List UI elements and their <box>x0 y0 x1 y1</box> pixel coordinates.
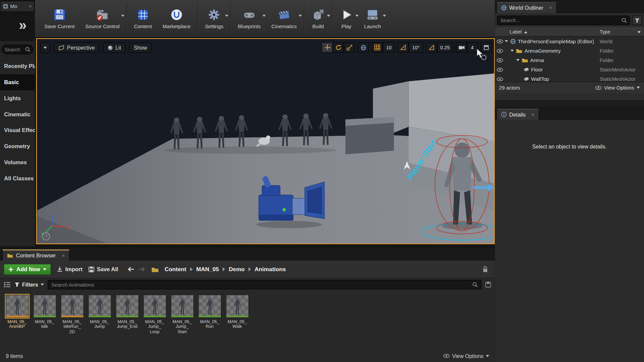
column-header-label[interactable]: Label <box>495 29 600 35</box>
asset-tile-jump-loop[interactable]: MAN_05_ Jump_ Loop <box>142 295 167 334</box>
save-search-icon[interactable] <box>485 282 491 288</box>
viewport-options-button[interactable] <box>40 42 50 53</box>
world-outliner-tab[interactable]: World Outliner × <box>496 2 556 13</box>
sources-list-icon[interactable] <box>4 282 11 288</box>
lock-icon[interactable] <box>483 266 488 273</box>
outliner-row-walltop[interactable]: WallTop StaticMeshActor <box>495 74 644 82</box>
blueprints-button[interactable]: Blueprints <box>232 0 266 37</box>
close-icon[interactable]: × <box>531 112 534 117</box>
breadcrumb-content[interactable]: Content <box>165 266 186 273</box>
expander-icon[interactable] <box>516 59 520 61</box>
visibility-eye-icon[interactable] <box>495 77 505 81</box>
viewport-canvas[interactable]: Player Start <box>36 38 495 244</box>
place-category-cinematic[interactable]: Cinematic <box>0 106 35 122</box>
outliner-view-options-button[interactable]: View Options <box>595 85 640 90</box>
chevron-down-icon[interactable] <box>262 15 266 17</box>
asset-tile-jump-end[interactable]: MAN_05_ Jump_End <box>114 295 140 329</box>
camera-speed-button[interactable] <box>456 42 467 53</box>
scale-tool-button[interactable] <box>344 42 355 53</box>
content-button[interactable]: Content <box>128 0 157 37</box>
grid-snap-value[interactable]: 10 <box>383 42 395 53</box>
scale-snap-toggle-button[interactable] <box>426 42 437 53</box>
import-button[interactable]: Import <box>57 266 83 272</box>
save-all-button[interactable]: Save All <box>88 266 118 272</box>
cinematics-button[interactable]: Cinematics <box>266 0 302 37</box>
asset-tile-idlerun2d[interactable]: MAN_05_ IdleRun_ 2D <box>59 295 85 334</box>
chevron-down-icon[interactable] <box>121 15 124 17</box>
asset-tile-idle[interactable]: MAN_05_ Idle <box>32 295 57 329</box>
breadcrumb-man05[interactable]: MAN_05 <box>196 266 219 273</box>
place-category-visual-effects[interactable]: Visual Effects <box>0 122 35 138</box>
breadcrumb-demo[interactable]: Demo <box>229 266 245 273</box>
translate-tool-button[interactable] <box>322 42 333 53</box>
rotation-snap-toggle-button[interactable] <box>398 42 409 53</box>
place-search-box <box>2 45 33 54</box>
chevron-down-icon[interactable] <box>299 15 302 17</box>
visibility-eye-icon[interactable] <box>495 39 505 43</box>
expand-toolbar-chevrons-icon[interactable]: » <box>19 18 26 32</box>
place-category-lights[interactable]: Lights <box>0 90 35 106</box>
content-browser-tab[interactable]: Content Browser × <box>2 249 69 260</box>
expander-icon[interactable] <box>511 50 514 52</box>
scale-snap-value[interactable]: 0.25 <box>437 42 453 53</box>
modes-panel-tab[interactable]: Mo × <box>0 1 35 12</box>
lit-mode-button[interactable]: Lit <box>103 42 125 53</box>
details-tab[interactable]: Details × <box>496 109 539 120</box>
asset-tile-jump[interactable]: MAN_05_ Jump <box>87 295 112 329</box>
column-header-type[interactable]: Type <box>600 29 644 35</box>
play-button[interactable]: Play <box>334 0 359 37</box>
chevron-down-icon[interactable] <box>225 15 228 17</box>
outliner-search-input[interactable] <box>500 17 621 23</box>
asset-tile-animbp[interactable]: MAN_05_ AnimBP <box>4 295 30 329</box>
back-arrow-button[interactable] <box>127 266 134 272</box>
place-category-recently-placed[interactable]: Recently Placed <box>0 58 35 74</box>
asset-tile-run[interactable]: MAN_05_ Run <box>197 295 223 329</box>
save-current-button[interactable]: Save Current <box>39 0 80 37</box>
chevron-down-icon[interactable] <box>355 15 359 17</box>
breadcrumb-animations[interactable]: Animations <box>255 266 286 273</box>
filters-button[interactable]: Filters <box>14 282 44 288</box>
place-category-all-classes[interactable]: All Classes <box>0 170 35 186</box>
place-category-volumes[interactable]: Volumes <box>0 154 35 170</box>
settings-button[interactable]: Settings <box>200 0 229 37</box>
grid-snap-toggle-button[interactable] <box>372 42 383 53</box>
close-icon[interactable]: × <box>62 253 65 258</box>
rotation-snap-value[interactable]: 10° <box>409 42 423 53</box>
launch-button[interactable]: Launch <box>359 0 386 37</box>
visibility-eye-icon[interactable] <box>495 67 505 71</box>
content-icon <box>136 8 150 22</box>
main-toolbar: Save Current Source Control Content <box>35 0 495 37</box>
forward-arrow-button[interactable] <box>138 266 145 272</box>
outliner-row-arena[interactable]: Arena Folder <box>495 55 644 65</box>
visibility-eye-icon[interactable] <box>495 49 505 53</box>
chevron-down-icon[interactable] <box>383 15 386 17</box>
asset-search-input[interactable] <box>51 282 472 288</box>
close-icon[interactable]: × <box>549 5 552 11</box>
place-search-input[interactable] <box>4 47 25 52</box>
chevron-down-icon[interactable] <box>327 15 330 17</box>
visibility-eye-icon[interactable] <box>495 58 505 62</box>
close-icon[interactable]: × <box>29 3 32 9</box>
outliner-row-floor[interactable]: Floor StaticMeshActor <box>495 65 644 74</box>
outliner-row-world[interactable]: ThirdPersonExampleMap (Editor) World <box>495 37 644 46</box>
help-icon: ? <box>45 234 47 239</box>
content-view-options-button[interactable]: View Options <box>443 353 489 359</box>
expander-icon[interactable] <box>505 40 508 42</box>
source-control-button[interactable]: Source Control <box>80 0 125 37</box>
outliner-row-arenageometry[interactable]: ArenaGeometry Folder <box>495 46 644 55</box>
outliner-filter-button[interactable] <box>632 16 642 25</box>
chevron-down-icon[interactable] <box>637 31 641 33</box>
asset-tile-walk[interactable]: MAN_05_ Walk <box>224 295 250 329</box>
build-button[interactable]: Build <box>306 0 330 37</box>
perspective-button[interactable]: Perspective <box>54 42 99 53</box>
place-category-basic[interactable]: Basic <box>0 74 35 90</box>
rotate-tool-button[interactable] <box>333 42 344 53</box>
show-menu-button[interactable]: Show <box>129 42 152 53</box>
world-local-toggle-button[interactable] <box>358 42 369 53</box>
marketplace-button[interactable]: Marketplace <box>157 0 196 37</box>
chevron-down-icon <box>637 86 640 88</box>
world-outliner-panel: World Outliner × Label <box>495 0 644 100</box>
asset-tile-jump-start[interactable]: MAN_05_ Jump_ Start <box>169 295 195 334</box>
add-new-button[interactable]: Add New <box>4 264 51 275</box>
place-category-geometry[interactable]: Geometry <box>0 138 35 155</box>
